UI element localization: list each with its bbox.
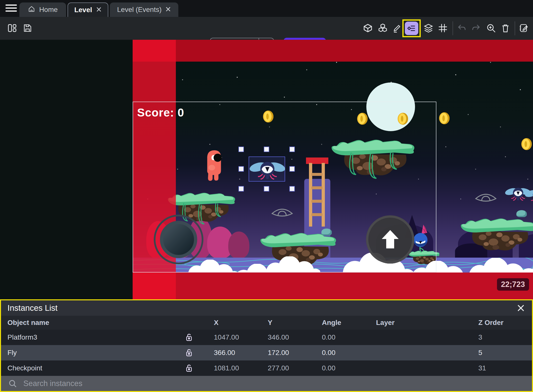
redo-icon[interactable] bbox=[471, 23, 481, 33]
score-text-instance[interactable]: Score: 0 bbox=[137, 106, 184, 119]
instance-name: Fly bbox=[1, 349, 178, 357]
objects-stack-icon[interactable] bbox=[378, 23, 388, 33]
trash-icon[interactable] bbox=[501, 23, 511, 33]
column-header-layer: Layer bbox=[361, 319, 468, 327]
column-header-x: X bbox=[200, 319, 254, 327]
column-header-y: Y bbox=[254, 319, 307, 327]
panel-header: Instances List bbox=[1, 300, 532, 316]
out-of-bounds-band-top bbox=[133, 40, 533, 62]
home-icon bbox=[28, 5, 35, 14]
toolbar: Preview Publish bbox=[0, 17, 533, 40]
instance-name: Platform3 bbox=[1, 333, 178, 341]
tab-level[interactable]: Level bbox=[68, 2, 108, 17]
undo-icon[interactable] bbox=[457, 23, 467, 33]
instance-zorder[interactable]: 3 bbox=[468, 333, 532, 341]
search-input[interactable] bbox=[23, 379, 532, 388]
tab-bar: Home Level Level (Events) bbox=[0, 0, 533, 17]
editor-canvas[interactable]: Score: 0 22;723 bbox=[0, 40, 533, 299]
selection-handle[interactable] bbox=[289, 166, 295, 172]
selection-handle[interactable] bbox=[238, 186, 244, 192]
selection-handle[interactable] bbox=[289, 147, 295, 152]
tab-level-events[interactable]: Level (Events) bbox=[110, 2, 178, 17]
instance-zorder[interactable]: 31 bbox=[468, 364, 532, 372]
cursor-coordinates-badge: 22;723 bbox=[497, 278, 529, 291]
instance-zorder[interactable]: 5 bbox=[468, 349, 532, 357]
selection-handle[interactable] bbox=[289, 186, 295, 192]
platform-instance[interactable] bbox=[460, 213, 533, 254]
panel-title: Instances List bbox=[7, 303, 58, 313]
selection-handle[interactable] bbox=[264, 147, 269, 152]
instances-list-icon-active-pill bbox=[405, 22, 418, 35]
instance-name: Checkpoint bbox=[1, 364, 178, 372]
close-icon[interactable] bbox=[517, 304, 525, 312]
column-header-name: Object name bbox=[1, 319, 178, 327]
column-header-zorder: Z Order bbox=[468, 319, 532, 327]
lock-open-icon[interactable] bbox=[178, 364, 200, 372]
tab-home[interactable]: Home bbox=[19, 2, 66, 17]
tab-level-label: Level bbox=[74, 6, 92, 14]
joystick-control-instance[interactable] bbox=[154, 215, 203, 264]
instance-y[interactable]: 277.00 bbox=[254, 364, 307, 372]
out-of-bounds-band-bottom bbox=[133, 273, 533, 299]
selection-group bbox=[241, 149, 292, 189]
instance-x[interactable]: 1047.00 bbox=[200, 333, 254, 341]
fly-instance[interactable] bbox=[525, 186, 533, 204]
lock-open-icon[interactable] bbox=[178, 349, 200, 357]
layers-icon[interactable] bbox=[424, 23, 434, 33]
instance-angle[interactable]: 0.00 bbox=[307, 364, 361, 372]
search-bar bbox=[1, 376, 532, 391]
fly-placeholder-outline bbox=[474, 192, 497, 203]
save-icon[interactable] bbox=[23, 23, 33, 33]
instance-x[interactable]: 1081.00 bbox=[200, 364, 254, 372]
rock bbox=[516, 210, 527, 217]
menu-icon[interactable] bbox=[5, 4, 17, 13]
joystick-knob[interactable] bbox=[160, 221, 197, 258]
instance-x[interactable]: 366.00 bbox=[200, 349, 254, 357]
layout-icon[interactable] bbox=[7, 23, 17, 33]
search-icon bbox=[8, 379, 17, 388]
close-icon[interactable] bbox=[165, 6, 171, 14]
table-header-row: Object name X Y Angle Layer Z Order bbox=[1, 316, 532, 330]
column-header-angle: Angle bbox=[307, 319, 361, 327]
instances-list-panel: Instances List Object name X Y Angle Lay… bbox=[0, 299, 533, 392]
lock-open-icon[interactable] bbox=[178, 333, 200, 342]
pencil-icon[interactable] bbox=[392, 23, 402, 33]
divider bbox=[453, 21, 453, 35]
selection-handle[interactable] bbox=[238, 166, 244, 172]
table-row[interactable]: Checkpoint 1081.00 277.00 0.00 31 bbox=[1, 360, 532, 376]
cube-3d-icon[interactable] bbox=[363, 23, 373, 33]
scene-canvas[interactable]: Score: 0 22;723 bbox=[133, 40, 533, 299]
fly-instance-selected[interactable] bbox=[249, 157, 286, 182]
jump-button-instance[interactable] bbox=[366, 215, 414, 264]
tab-home-label: Home bbox=[39, 6, 58, 14]
zoom-in-icon[interactable] bbox=[486, 23, 496, 33]
table-row[interactable]: Platform3 1047.00 346.00 0.00 3 bbox=[1, 330, 532, 345]
coin-instance[interactable] bbox=[521, 138, 532, 150]
selection-handle[interactable] bbox=[264, 186, 269, 192]
instances-list-icon[interactable] bbox=[402, 19, 421, 37]
selection-handle[interactable] bbox=[238, 147, 244, 152]
coin-instance[interactable] bbox=[439, 112, 450, 124]
close-icon[interactable] bbox=[96, 6, 102, 14]
tab-level-events-label: Level (Events) bbox=[117, 6, 162, 14]
instance-angle[interactable]: 0.00 bbox=[307, 333, 361, 341]
grid-icon[interactable] bbox=[438, 23, 448, 33]
selection-rect bbox=[249, 157, 285, 182]
instance-angle[interactable]: 0.00 bbox=[307, 349, 361, 357]
edit-scene-icon[interactable] bbox=[519, 23, 529, 33]
instance-y[interactable]: 346.00 bbox=[254, 333, 307, 341]
instance-y[interactable]: 172.00 bbox=[254, 349, 307, 357]
table-row[interactable]: Fly 366.00 172.00 0.00 5 bbox=[1, 345, 532, 360]
up-arrow-icon bbox=[378, 227, 403, 252]
divider bbox=[515, 21, 515, 35]
